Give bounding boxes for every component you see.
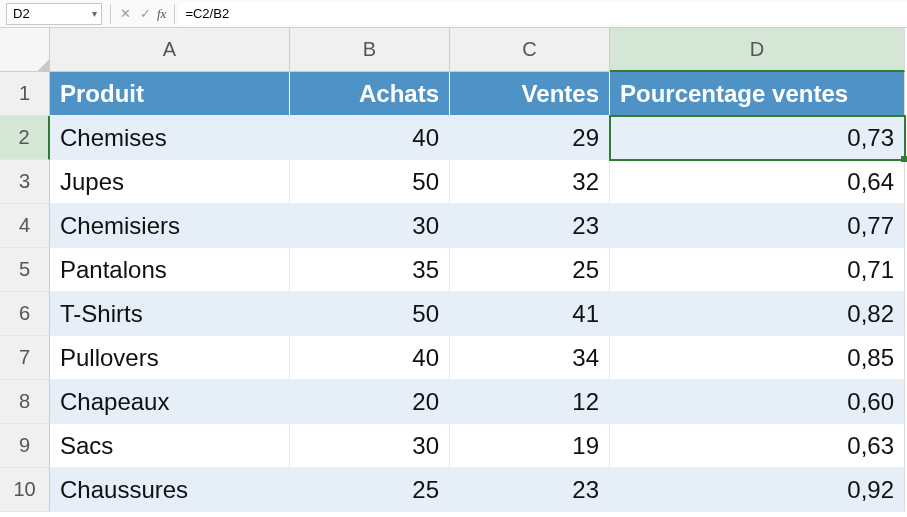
confirm-formula-button[interactable]: ✓ — [135, 4, 155, 24]
name-box[interactable]: D2 ▾ — [6, 3, 102, 25]
cell-D6[interactable]: 0,82 — [610, 292, 905, 336]
table-header-ventes[interactable]: Ventes — [450, 72, 610, 116]
row-header-3[interactable]: 3 — [0, 160, 50, 204]
row-header-10[interactable]: 10 — [0, 468, 50, 512]
row-header-4[interactable]: 4 — [0, 204, 50, 248]
cell-A7[interactable]: Pullovers — [50, 336, 290, 380]
cell-D7[interactable]: 0,85 — [610, 336, 905, 380]
cell-A5[interactable]: Pantalons — [50, 248, 290, 292]
cell-D9[interactable]: 0,63 — [610, 424, 905, 468]
cell-A9[interactable]: Sacs — [50, 424, 290, 468]
cell-A4[interactable]: Chemisiers — [50, 204, 290, 248]
table-header-produit[interactable]: Produit — [50, 72, 290, 116]
row-header-6[interactable]: 6 — [0, 292, 50, 336]
row-header-8[interactable]: 8 — [0, 380, 50, 424]
separator — [110, 4, 111, 24]
column-header-C[interactable]: C — [450, 28, 610, 72]
cell-D4[interactable]: 0,77 — [610, 204, 905, 248]
close-icon: ✕ — [120, 6, 131, 21]
cell-C10[interactable]: 23 — [450, 468, 610, 512]
cell-B7[interactable]: 40 — [290, 336, 450, 380]
separator — [174, 4, 175, 24]
cancel-formula-button[interactable]: ✕ — [115, 4, 135, 24]
cell-A3[interactable]: Jupes — [50, 160, 290, 204]
chevron-down-icon[interactable]: ▾ — [92, 8, 97, 19]
cell-C2[interactable]: 29 — [450, 116, 610, 160]
cell-B10[interactable]: 25 — [290, 468, 450, 512]
cell-D10[interactable]: 0,92 — [610, 468, 905, 512]
cell-C4[interactable]: 23 — [450, 204, 610, 248]
cell-B8[interactable]: 20 — [290, 380, 450, 424]
cell-D2[interactable]: 0,73 — [610, 116, 905, 160]
row-header-7[interactable]: 7 — [0, 336, 50, 380]
row-header-2[interactable]: 2 — [0, 116, 50, 160]
table-header-pourcentage[interactable]: Pourcentage ventes — [610, 72, 905, 116]
cell-C7[interactable]: 34 — [450, 336, 610, 380]
cell-B4[interactable]: 30 — [290, 204, 450, 248]
cell-C8[interactable]: 12 — [450, 380, 610, 424]
row-header-5[interactable]: 5 — [0, 248, 50, 292]
cell-B9[interactable]: 30 — [290, 424, 450, 468]
cell-A6[interactable]: T-Shirts — [50, 292, 290, 336]
cell-C6[interactable]: 41 — [450, 292, 610, 336]
row-header-1[interactable]: 1 — [0, 72, 50, 116]
cell-A8[interactable]: Chapeaux — [50, 380, 290, 424]
cell-A2[interactable]: Chemises — [50, 116, 290, 160]
cell-B3[interactable]: 50 — [290, 160, 450, 204]
cell-A10[interactable]: Chaussures — [50, 468, 290, 512]
name-box-value: D2 — [13, 6, 30, 21]
cell-B5[interactable]: 35 — [290, 248, 450, 292]
select-all-corner[interactable] — [0, 28, 50, 72]
fx-icon[interactable]: fx — [157, 6, 166, 22]
cell-B6[interactable]: 50 — [290, 292, 450, 336]
check-icon: ✓ — [140, 6, 151, 21]
row-header-9[interactable]: 9 — [0, 424, 50, 468]
column-header-B[interactable]: B — [290, 28, 450, 72]
spreadsheet-grid[interactable]: A B C D 1 Produit Achats Ventes Pourcent… — [0, 28, 907, 512]
cell-C3[interactable]: 32 — [450, 160, 610, 204]
cell-C5[interactable]: 25 — [450, 248, 610, 292]
column-header-D[interactable]: D — [610, 28, 905, 72]
cell-D5[interactable]: 0,71 — [610, 248, 905, 292]
table-header-achats[interactable]: Achats — [290, 72, 450, 116]
cell-C9[interactable]: 19 — [450, 424, 610, 468]
cell-D8[interactable]: 0,60 — [610, 380, 905, 424]
cell-B2[interactable]: 40 — [290, 116, 450, 160]
formula-bar: D2 ▾ ✕ ✓ fx — [0, 0, 907, 28]
formula-input[interactable] — [179, 3, 907, 25]
column-header-A[interactable]: A — [50, 28, 290, 72]
cell-D3[interactable]: 0,64 — [610, 160, 905, 204]
